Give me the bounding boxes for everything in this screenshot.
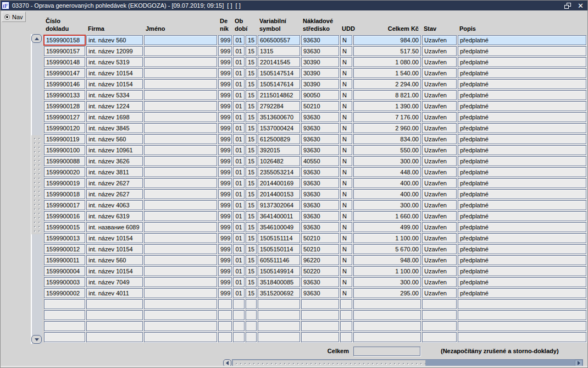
cell-firma[interactable]: int. název 1698 [86, 112, 143, 122]
cell-denik[interactable]: 999 [218, 79, 232, 89]
cell-nakladove-stredisko[interactable]: 50210 [301, 101, 339, 111]
cell-obdobi2[interactable]: 15 [246, 101, 257, 111]
cell-celkem-kc[interactable]: 300.00 [353, 200, 421, 210]
cell-obdobi2[interactable]: 15 [246, 112, 257, 122]
cell-jmeno[interactable] [144, 178, 217, 188]
cell-celkem-kc[interactable]: 1 080.00 [353, 57, 421, 67]
cell-popis[interactable]: předplatné [458, 145, 586, 155]
cell-celkem-kc[interactable]: 5 670.00 [353, 244, 421, 254]
cell-udd[interactable]: N [340, 178, 352, 188]
close-icon[interactable]: ✕ [578, 2, 584, 9]
cell-variabilni-symbol[interactable] [258, 321, 300, 331]
cell-udd[interactable]: N [340, 200, 352, 210]
cell-udd[interactable]: N [340, 101, 352, 111]
cell-cislo-dokladu[interactable] [44, 299, 85, 309]
cell-nakladove-stredisko[interactable]: 93630 [301, 277, 339, 287]
restore-window-icon[interactable] [564, 3, 571, 9]
cell-obdobi2[interactable]: 15 [246, 200, 257, 210]
cell-firma[interactable]: int. название 6089 [86, 222, 143, 232]
cell-obdobi2[interactable]: 15 [246, 90, 257, 100]
cell-obdobi2[interactable] [246, 321, 257, 331]
cell-udd[interactable] [340, 310, 352, 320]
cell-popis[interactable]: předplatné [458, 123, 586, 133]
cell-obdobi[interactable]: 01 [233, 277, 245, 287]
cell-firma[interactable]: int. název 10154 [86, 79, 143, 89]
scroll-down-button[interactable] [31, 335, 42, 344]
cell-jmeno[interactable] [144, 134, 217, 144]
cell-popis[interactable]: předplatné [458, 112, 586, 122]
cell-obdobi[interactable]: 01 [233, 123, 245, 133]
cell-stav[interactable]: Uzavřen [422, 233, 457, 243]
cell-stav[interactable]: Uzavřen [422, 222, 457, 232]
cell-obdobi[interactable] [233, 299, 245, 309]
cell-udd[interactable]: N [340, 277, 352, 287]
cell-jmeno[interactable] [144, 123, 217, 133]
cell-celkem-kc[interactable] [353, 321, 421, 331]
nav-radio-button[interactable] [4, 14, 10, 20]
cell-nakladove-stredisko[interactable]: 40550 [301, 156, 339, 166]
cell-denik[interactable]: 999 [218, 134, 232, 144]
cell-firma[interactable]: int. název 6319 [86, 211, 143, 221]
cell-stav[interactable] [422, 321, 457, 331]
cell-popis[interactable]: předplatné [458, 288, 586, 298]
cell-stav[interactable]: Uzavřen [422, 112, 457, 122]
cell-obdobi2[interactable] [246, 332, 257, 342]
cell-nakladove-stredisko[interactable]: 93630 [301, 178, 339, 188]
cell-firma[interactable]: int. název 4011 [86, 288, 143, 298]
cell-jmeno[interactable] [144, 112, 217, 122]
cell-jmeno[interactable] [144, 101, 217, 111]
cell-udd[interactable]: N [340, 123, 352, 133]
cell-firma[interactable]: int. název 2627 [86, 189, 143, 199]
cell-popis[interactable]: předplatné [458, 277, 586, 287]
cell-firma[interactable] [86, 321, 143, 331]
cell-denik[interactable]: 999 [218, 233, 232, 243]
cell-firma[interactable]: int. název 2627 [86, 178, 143, 188]
cell-obdobi[interactable]: 01 [233, 233, 245, 243]
cell-denik[interactable]: 999 [218, 189, 232, 199]
cell-celkem-kc[interactable]: 1 100.00 [353, 266, 421, 276]
cell-jmeno[interactable] [144, 79, 217, 89]
cell-variabilni-symbol[interactable]: 1315 [258, 46, 300, 56]
cell-denik[interactable] [218, 299, 232, 309]
cell-udd[interactable] [340, 332, 352, 342]
cell-variabilni-symbol[interactable] [258, 332, 300, 342]
cell-denik[interactable] [218, 332, 232, 342]
cell-obdobi2[interactable]: 15 [246, 233, 257, 243]
cell-firma[interactable]: int. název 10154 [86, 266, 143, 276]
cell-celkem-kc[interactable]: 300.00 [353, 156, 421, 166]
total-field[interactable] [353, 347, 420, 356]
cell-firma[interactable] [86, 299, 143, 309]
cell-celkem-kc[interactable] [353, 332, 421, 342]
cell-popis[interactable] [458, 332, 586, 342]
cell-udd[interactable]: N [340, 145, 352, 155]
cell-denik[interactable]: 999 [218, 46, 232, 56]
cell-firma[interactable] [86, 332, 143, 342]
cell-obdobi[interactable]: 01 [233, 79, 245, 89]
cell-udd[interactable]: N [340, 156, 352, 166]
cell-udd[interactable]: N [340, 233, 352, 243]
cell-stav[interactable]: Uzavřen [422, 266, 457, 276]
cell-obdobi[interactable]: 01 [233, 255, 245, 265]
cell-jmeno[interactable] [144, 46, 217, 56]
cell-obdobi2[interactable]: 15 [246, 277, 257, 287]
cell-obdobi2[interactable] [246, 310, 257, 320]
cell-obdobi[interactable] [233, 321, 245, 331]
cell-denik[interactable]: 999 [218, 266, 232, 276]
cell-popis[interactable]: předplatné [458, 255, 586, 265]
cell-obdobi[interactable]: 01 [233, 156, 245, 166]
cell-celkem-kc[interactable]: 1 100.00 [353, 233, 421, 243]
cell-denik[interactable] [218, 321, 232, 331]
cell-jmeno[interactable] [144, 145, 217, 155]
cell-celkem-kc[interactable]: 834.00 [353, 134, 421, 144]
cell-variabilni-symbol[interactable]: 2792284 [258, 101, 300, 111]
cell-nakladove-stredisko[interactable]: 50210 [301, 244, 339, 254]
cell-udd[interactable]: N [340, 68, 352, 78]
cell-obdobi2[interactable]: 15 [246, 57, 257, 67]
cell-popis[interactable]: předplatné [458, 134, 586, 144]
cell-cislo-dokladu[interactable] [44, 310, 85, 320]
cell-variabilni-symbol[interactable]: 1505150114 [258, 244, 300, 254]
cell-obdobi2[interactable]: 15 [246, 266, 257, 276]
cell-udd[interactable]: N [340, 288, 352, 298]
cell-obdobi2[interactable] [246, 299, 257, 309]
cell-obdobi[interactable]: 01 [233, 222, 245, 232]
